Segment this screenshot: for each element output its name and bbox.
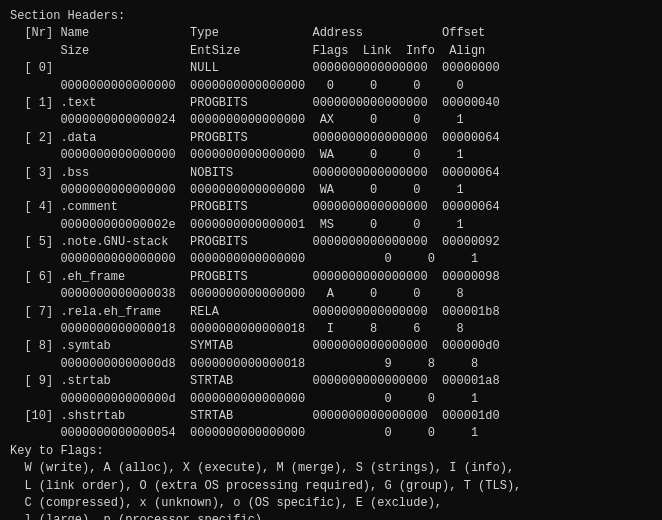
- terminal-output: Section Headers: [Nr] Name Type Address …: [10, 8, 652, 520]
